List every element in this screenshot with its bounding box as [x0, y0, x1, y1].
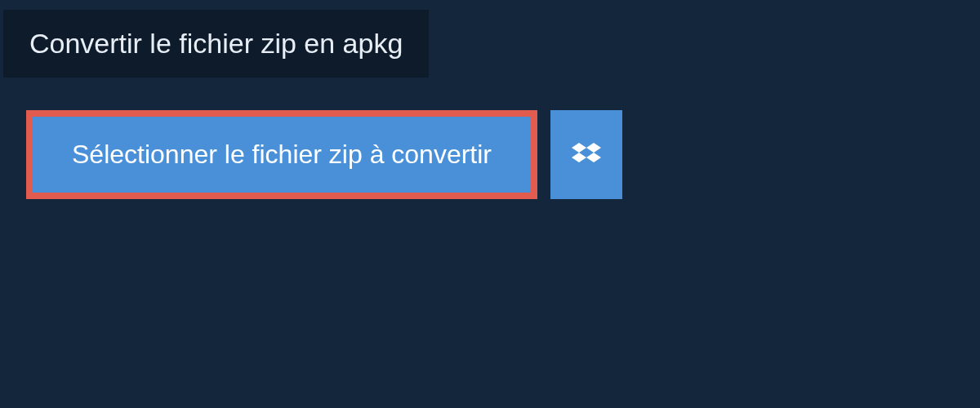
page-title: Convertir le fichier zip en apkg: [29, 28, 403, 60]
header-tab: Convertir le fichier zip en apkg: [3, 10, 429, 78]
dropbox-button[interactable]: [550, 110, 622, 199]
button-container: Sélectionner le fichier zip à convertir: [26, 110, 980, 199]
select-file-button[interactable]: Sélectionner le fichier zip à convertir: [33, 117, 531, 193]
select-button-highlight: Sélectionner le fichier zip à convertir: [26, 110, 537, 199]
dropbox-icon: [572, 140, 601, 170]
